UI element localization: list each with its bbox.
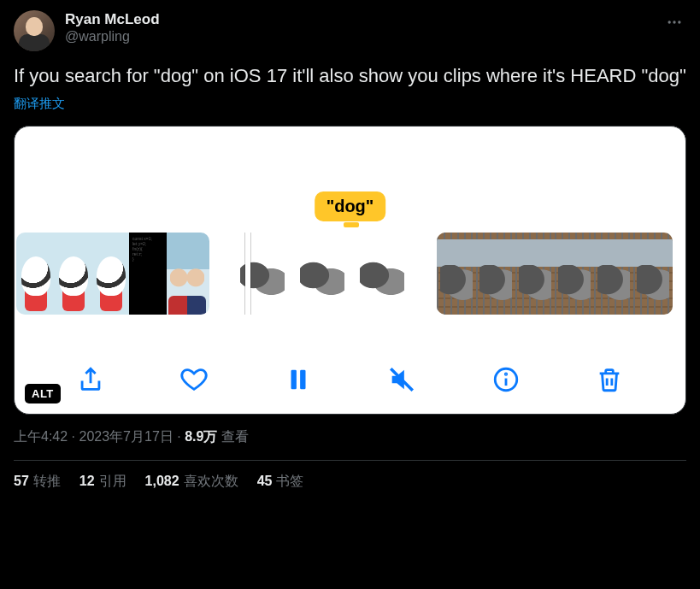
tweet-text: If you search for "dog" on iOS 17 it'll … <box>14 63 686 89</box>
playhead-marker <box>344 222 359 227</box>
media-card[interactable]: "dog" const x=1;let y=2;fn(z){ret z;} <box>14 126 686 415</box>
tweet-container: Ryan McLeod @warpling If you search for … <box>0 0 700 501</box>
tweet-header: Ryan McLeod @warpling <box>14 10 686 51</box>
clip-group-2[interactable] <box>233 233 413 315</box>
share-button[interactable] <box>74 362 108 397</box>
video-timeline[interactable]: const x=1;let y=2;fn(z){ret z;} <box>15 233 685 315</box>
handle: @warpling <box>65 28 160 45</box>
avatar[interactable] <box>14 10 55 51</box>
thumbnail <box>167 233 209 315</box>
quotes-stat[interactable]: 12引用 <box>79 473 126 491</box>
tweet-date[interactable]: 2023年7月17日 <box>79 429 173 444</box>
thumbnail <box>555 233 594 315</box>
thumbnail <box>54 233 91 315</box>
divider <box>14 460 686 461</box>
svg-point-0 <box>668 21 671 23</box>
thumbnail <box>594 233 633 315</box>
thumbnail <box>293 233 353 315</box>
clip-group-1[interactable]: const x=1;let y=2;fn(z){ret z;} <box>16 233 209 315</box>
thumbnail <box>476 233 515 315</box>
pause-icon <box>284 365 313 394</box>
display-name: Ryan McLeod <box>65 10 160 28</box>
thumbnail <box>515 233 555 315</box>
translate-link[interactable]: 翻译推文 <box>14 96 686 112</box>
pause-button[interactable] <box>281 362 315 397</box>
svg-rect-3 <box>291 369 296 389</box>
svg-point-1 <box>673 21 675 23</box>
tweet-time[interactable]: 上午4:42 <box>14 429 68 444</box>
views-label: 查看 <box>221 429 249 444</box>
svg-rect-4 <box>300 369 305 389</box>
bookmarks-stat[interactable]: 45书签 <box>257 473 304 491</box>
engagement-row: 57转推 12引用 1,082喜欢次数 45书签 <box>14 473 686 491</box>
thumbnail <box>437 233 476 315</box>
info-icon <box>491 365 521 394</box>
thumbnail <box>91 233 129 315</box>
views-count: 8.9万 <box>185 429 217 444</box>
thumbnail <box>16 233 54 315</box>
ellipsis-icon <box>666 14 683 31</box>
like-button[interactable] <box>177 362 211 397</box>
thumbnail <box>633 233 673 315</box>
share-icon <box>76 365 105 394</box>
delete-button[interactable] <box>592 362 626 397</box>
thumbnail <box>353 233 413 315</box>
svg-point-7 <box>505 374 506 374</box>
mute-button[interactable] <box>385 362 419 397</box>
heart-icon <box>179 365 209 394</box>
info-button[interactable] <box>489 362 523 397</box>
playhead[interactable] <box>245 233 250 315</box>
svg-point-2 <box>678 21 680 23</box>
trash-icon <box>595 365 624 394</box>
more-button[interactable] <box>662 10 686 38</box>
speaker-muted-icon <box>387 365 416 394</box>
alt-badge[interactable]: ALT <box>25 384 61 403</box>
thumbnail: const x=1;let y=2;fn(z){ret z;} <box>129 233 167 315</box>
thumbnail <box>233 233 293 315</box>
media-toolbar <box>15 362 685 397</box>
clip-group-3[interactable] <box>437 233 673 315</box>
author-names[interactable]: Ryan McLeod @warpling <box>65 10 160 45</box>
likes-stat[interactable]: 1,082喜欢次数 <box>145 473 238 491</box>
search-tooltip: "dog" <box>315 191 386 221</box>
retweets-stat[interactable]: 57转推 <box>14 473 61 491</box>
tweet-meta: 上午4:42 · 2023年7月17日 · 8.9万 查看 <box>14 428 686 446</box>
